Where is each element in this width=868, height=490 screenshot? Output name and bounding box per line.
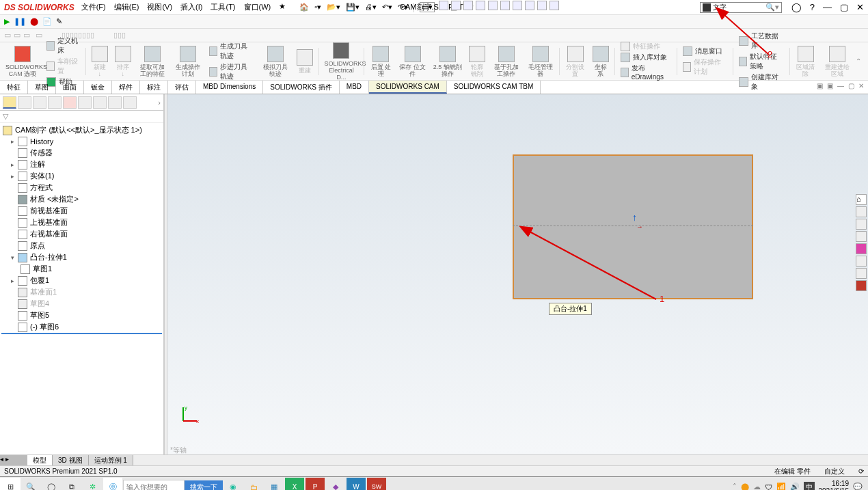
define-machine-button[interactable]: 定义机床 <box>46 36 80 55</box>
electrical-button[interactable]: SOLIDWORKS Electrical D... <box>321 42 361 81</box>
section-view-icon[interactable] <box>476 1 485 10</box>
tab-surfaces[interactable]: 曲面 <box>56 81 84 94</box>
tree-annotations[interactable]: ▸注解 <box>1 159 162 170</box>
play-icon[interactable]: ▶ <box>4 17 10 26</box>
step-toolpath-button[interactable]: 步进刀具轨迹 <box>209 62 254 81</box>
apply-scene-icon[interactable] <box>537 1 547 10</box>
def-feat-strat-button[interactable]: 默认特征策略 <box>739 52 784 71</box>
axis25-button[interactable]: 2.5 轴铣削操作 <box>431 46 465 77</box>
close-icon[interactable]: ✕ <box>856 2 864 12</box>
menu-view[interactable]: 视图(V) <box>147 2 172 12</box>
new-macro-icon[interactable]: 📄 <box>42 17 52 26</box>
dimexpert-tab[interactable] <box>48 96 62 109</box>
tree-material[interactable]: 材质 <未指定> <box>1 193 162 205</box>
new-icon[interactable]: ▫▾ <box>314 3 321 12</box>
tab-sketch[interactable]: 草图 <box>28 81 56 94</box>
gen-op-plan-button[interactable]: 生成操作计划 <box>171 46 205 77</box>
calendar-icon[interactable]: ▦ <box>265 478 284 491</box>
minimize-icon[interactable]: — <box>823 2 832 12</box>
tree-history[interactable]: ▸History <box>1 136 162 147</box>
viewport-close-icon[interactable]: ✕ <box>858 82 864 92</box>
tree-front-plane[interactable]: 前视基准面 <box>1 205 162 217</box>
record-icon[interactable]: ⬤ <box>30 17 38 26</box>
cam-extra-tab[interactable] <box>123 96 137 109</box>
word-icon[interactable]: W <box>347 478 366 491</box>
cam-tool-tab[interactable] <box>108 96 122 109</box>
btm-tab-model[interactable]: 模型 <box>27 455 53 465</box>
msg-window-button[interactable]: 消息窗口 <box>683 46 728 56</box>
tab-evaluate[interactable]: 评估 <box>168 81 196 94</box>
tab-weldments[interactable]: 焊件 <box>112 81 140 94</box>
menu-window[interactable]: 窗口(W) <box>244 2 271 12</box>
display-style-icon[interactable] <box>500 1 510 10</box>
solidworks-task-icon[interactable]: SW <box>367 478 386 491</box>
config-mgr-tab[interactable] <box>33 96 46 109</box>
status-custom[interactable]: 自定义 <box>824 467 845 476</box>
feature-tree-tab[interactable] <box>3 96 16 109</box>
tray-shield-icon[interactable]: ⬤ <box>741 482 749 490</box>
tab-sw-cam[interactable]: SOLIDWORKS CAM <box>369 81 447 94</box>
view-settings-icon[interactable] <box>550 1 559 10</box>
cam-options-button[interactable]: SOLIDWORKS CAM 选项 <box>3 46 42 77</box>
cam-tree-tab[interactable] <box>78 96 92 109</box>
tab-sw-cam-tbm[interactable]: SOLIDWORKS CAM TBM <box>447 81 541 94</box>
create-lib-button[interactable]: 创建库对象 <box>739 72 784 92</box>
cortana-icon[interactable]: ◯ <box>41 478 62 491</box>
cam-op-tab[interactable] <box>93 96 107 109</box>
btm-tab-3dview[interactable]: 3D 视图 <box>53 455 89 465</box>
tree-extrude[interactable]: ▾凸台-拉伸1 <box>1 251 162 263</box>
tab-mbd[interactable]: MBD <box>340 81 369 94</box>
viewport-tile-icon[interactable]: ▣ <box>817 82 823 92</box>
user-icon[interactable]: ◯ <box>791 2 802 12</box>
tree-solids[interactable]: ▸实体(1) <box>1 170 162 182</box>
btm-tab-motion[interactable]: 运动算例 1 <box>89 455 133 465</box>
taskpane-cam-icon[interactable] <box>856 280 867 291</box>
start-button[interactable]: ⊞ <box>0 478 21 491</box>
tab-features[interactable]: 特征 <box>0 81 28 94</box>
insert-lib-button[interactable]: 插入库对象 <box>621 53 671 62</box>
zoom-fit-icon[interactable] <box>439 1 448 10</box>
undo-icon[interactable]: ↶▾ <box>382 3 392 12</box>
extract-features-button[interactable]: 提取可加工的特征 <box>135 46 169 77</box>
btm-tab-scroll[interactable]: ◂ ▸ <box>0 455 27 465</box>
viewport-max-icon[interactable]: ▢ <box>848 82 854 92</box>
search-input[interactable] <box>713 3 761 11</box>
menu-insert[interactable]: 插入(I) <box>180 2 202 12</box>
taskbar-clock[interactable]: 16:19 2021/6/15 <box>819 480 850 491</box>
panel-expand-icon[interactable]: › <box>158 98 161 107</box>
taskpane-explorer-icon[interactable] <box>856 219 867 230</box>
save-cl-button[interactable]: 保存 位文件 <box>396 46 429 77</box>
graphics-viewport[interactable]: ↑ → 凸台-拉伸1 1 y x *等轴 <box>167 94 868 454</box>
sim-toolpath-button[interactable]: 模拟刀具轨迹 <box>258 46 292 77</box>
vs-icon[interactable]: ◆ <box>326 478 345 491</box>
tree-sketch4[interactable]: 草图4 <box>1 298 162 310</box>
tree-root[interactable]: CAM刻字 (默认<<默认>_显示状态 1>) <box>1 124 162 136</box>
postprocess-button[interactable]: 后置 处理 <box>367 46 394 77</box>
tree-right-plane[interactable]: 右视基准面 <box>1 228 162 240</box>
taskbar-search-btn[interactable]: 搜索一下 <box>185 480 223 491</box>
360-icon[interactable]: ✲ <box>82 478 103 491</box>
viewport-link-icon[interactable]: ▣ <box>827 82 833 92</box>
tree-sketch6[interactable]: (-) 草图6 <box>1 321 162 334</box>
tray-volume-icon[interactable]: 🔊 <box>790 482 800 490</box>
tree-wrap[interactable]: ▸包覆1 <box>1 275 162 286</box>
menu-tool[interactable]: 工具(T) <box>211 2 235 12</box>
prev-view-icon[interactable] <box>463 1 473 10</box>
maximize-icon[interactable]: ▢ <box>840 2 848 12</box>
edit-appearance-icon[interactable] <box>525 1 534 10</box>
filter-icon[interactable]: ▽ <box>3 112 8 121</box>
viewport-min-icon[interactable]: — <box>837 82 844 92</box>
menu-star[interactable]: ★ <box>279 2 286 12</box>
ie-icon[interactable]: ⓔ <box>103 478 122 491</box>
zoom-area-icon[interactable] <box>451 1 461 10</box>
print-icon[interactable]: 🖨▾ <box>365 3 377 12</box>
edge-icon[interactable]: ◉ <box>223 478 243 491</box>
view-orient-icon[interactable] <box>488 1 498 10</box>
model-face[interactable] <box>513 154 753 299</box>
property-mgr-tab[interactable] <box>18 96 31 109</box>
taskbar-search-icon[interactable]: 🔍 <box>21 478 41 491</box>
tray-ime-icon[interactable]: 中 <box>804 482 815 491</box>
tree-sensors[interactable]: 传感器 <box>1 147 162 159</box>
ribbon-collapse-icon[interactable]: ⌃ <box>856 57 865 65</box>
status-refresh-icon[interactable]: ⟳ <box>858 467 864 475</box>
